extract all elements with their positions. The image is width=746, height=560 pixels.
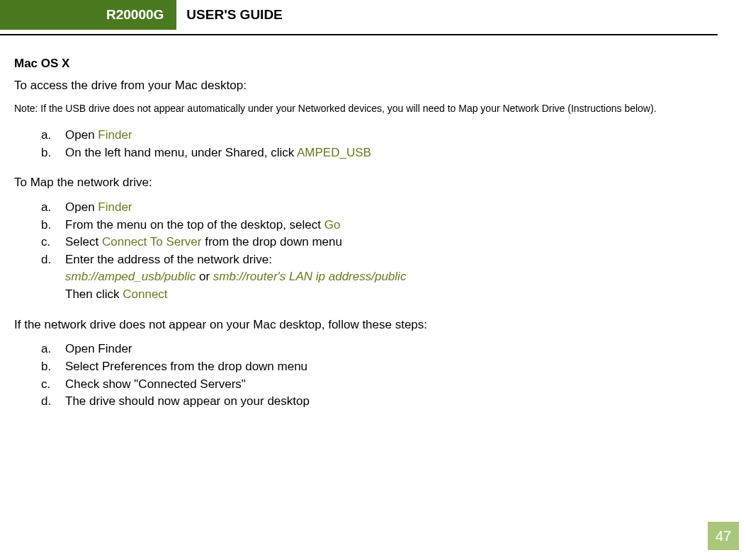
page-content: Mac OS X To access the drive from your M… — [0, 35, 746, 411]
list-item: d. Enter the address of the network driv… — [41, 251, 719, 304]
document-title: USER'S GUIDE — [176, 0, 746, 30]
step-highlight: Connect — [123, 287, 167, 301]
step-text: Open Finder — [65, 342, 132, 355]
page-number: 47 — [708, 522, 739, 550]
step-text: From the menu on the top of the desktop,… — [65, 218, 324, 232]
list-item: c. Select Connect To Server from the dro… — [41, 234, 719, 251]
list-marker: d. — [41, 251, 51, 269]
step-text: Open — [65, 200, 98, 214]
list-item: c. Check show "Connected Servers" — [41, 376, 719, 394]
step-text: Then click — [65, 287, 123, 301]
note-paragraph: Note: If the USB drive does not appear a… — [14, 101, 719, 117]
model-badge: R20000G — [0, 0, 176, 30]
step-highlight: Finder — [98, 200, 132, 214]
step-highlight: Finder — [98, 128, 132, 142]
list-marker: b. — [41, 144, 51, 162]
step-text: Enter the address of the network drive: — [65, 253, 272, 266]
step-text: Select Preferences from the drop down me… — [65, 360, 307, 373]
list-marker: a. — [41, 127, 51, 144]
network-address: smb://amped_usb/public — [65, 270, 196, 283]
steps-show-drive: a. Open Finder b. Select Preferences fro… — [14, 341, 719, 411]
list-marker: c. — [41, 234, 50, 251]
list-item: b. Select Preferences from the drop down… — [41, 358, 719, 376]
step-text: from the drop down menu — [201, 235, 341, 248]
list-item: a. Open Finder — [41, 341, 719, 358]
intro-paragraph: To access the drive from your Mac deskto… — [14, 77, 719, 95]
step-highlight: Connect To Server — [102, 235, 201, 248]
list-item: b. From the menu on the top of the deskt… — [41, 217, 719, 234]
network-address: smb://router's LAN ip address/public — [213, 270, 407, 283]
section-title-macosx: Mac OS X — [14, 55, 719, 73]
list-marker: b. — [41, 358, 51, 376]
step-text: On the left hand menu, under Shared, cli… — [65, 146, 297, 159]
if-heading: If the network drive does not appear on … — [14, 316, 719, 334]
list-marker: d. — [41, 393, 51, 411]
list-item: d. The drive should now appear on your d… — [41, 393, 719, 411]
document-header: R20000G USER'S GUIDE — [0, 0, 746, 30]
steps-map-drive: a. Open Finder b. From the menu on the t… — [14, 199, 719, 304]
step-highlight: Go — [324, 218, 341, 232]
list-item: a. Open Finder — [41, 127, 719, 144]
step-text: The drive should now appear on your desk… — [65, 394, 310, 408]
list-marker: c. — [41, 376, 50, 394]
step-text: Select — [65, 235, 102, 248]
list-item: b. On the left hand menu, under Shared, … — [41, 144, 719, 162]
list-marker: a. — [41, 199, 51, 217]
map-heading: To Map the network drive: — [14, 174, 719, 192]
list-marker: b. — [41, 217, 51, 234]
list-item: a. Open Finder — [41, 199, 719, 217]
step-text: Open — [65, 128, 98, 142]
steps-access-drive: a. Open Finder b. On the left hand menu,… — [14, 127, 719, 161]
step-highlight: AMPED_USB — [297, 146, 371, 159]
step-text: or — [196, 270, 213, 283]
step-text: Check show "Connected Servers" — [65, 377, 246, 391]
list-marker: a. — [41, 341, 51, 358]
